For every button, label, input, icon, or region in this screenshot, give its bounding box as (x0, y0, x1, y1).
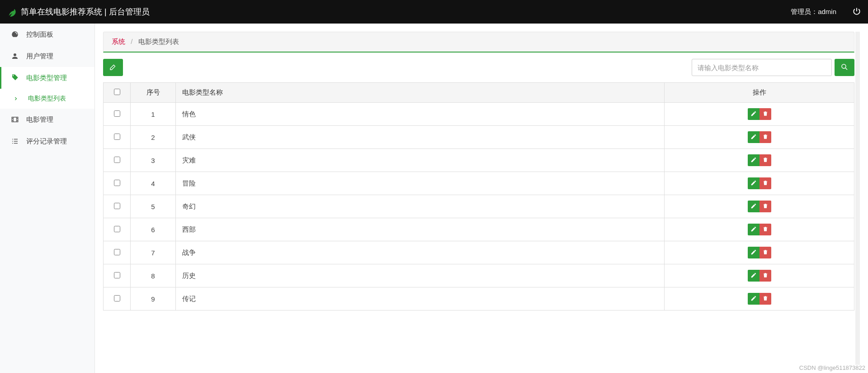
logout-button[interactable] (845, 0, 868, 24)
row-checkbox[interactable] (114, 180, 120, 186)
row-ops (665, 149, 854, 172)
row-checkbox[interactable] (114, 272, 120, 278)
chevron-right-icon (13, 96, 19, 102)
trash-icon (762, 157, 769, 164)
row-edit-button[interactable] (748, 108, 760, 120)
sidebar-item-dashboard[interactable]: 控制面板 (0, 24, 94, 45)
row-seq: 2 (131, 126, 176, 149)
pencil-icon (750, 180, 757, 187)
table-header-row: 序号 电影类型名称 操作 (104, 83, 854, 103)
sidebar-item-movies[interactable]: 电影管理 (0, 109, 94, 130)
pencil-icon (750, 134, 757, 141)
search-button[interactable] (835, 59, 854, 76)
row-ops (665, 218, 854, 241)
brand[interactable]: 简单在线电影推荐系统 | 后台管理员 (0, 6, 157, 17)
row-delete-button[interactable] (760, 247, 771, 258)
row-name: 冒险 (176, 172, 665, 195)
app-title: 简单在线电影推荐系统 | 后台管理员 (21, 6, 150, 17)
sidebar-item-label: 电影类型管理 (26, 74, 67, 82)
header-seq: 序号 (131, 83, 176, 103)
row-ops (665, 241, 854, 264)
header-name: 电影类型名称 (176, 83, 665, 103)
row-name: 奇幻 (176, 195, 665, 218)
row-delete-button[interactable] (760, 270, 771, 282)
row-seq: 1 (131, 103, 176, 126)
add-button[interactable] (103, 59, 123, 76)
row-delete-button[interactable] (760, 108, 771, 120)
admin-label: 管理员： (791, 8, 818, 15)
pencil-icon (750, 157, 757, 164)
sidebar-item-label: 控制面板 (26, 30, 53, 39)
trash-icon (762, 295, 769, 303)
row-edit-button[interactable] (748, 131, 760, 143)
row-delete-button[interactable] (760, 131, 771, 143)
row-edit-button[interactable] (748, 293, 760, 305)
main-wrapper: 控制面板 用户管理 电影类型管理 电影类型列表 电影管理 (0, 0, 868, 373)
trash-icon (762, 272, 769, 280)
admin-user-info[interactable]: 管理员：admin (782, 8, 845, 16)
user-icon (11, 52, 19, 60)
row-edit-button[interactable] (748, 201, 760, 212)
sidebar: 控制面板 用户管理 电影类型管理 电影类型列表 电影管理 (0, 24, 95, 373)
row-edit-button[interactable] (748, 270, 760, 282)
sidebar-subitem-movie-type-list[interactable]: 电影类型列表 (0, 89, 94, 109)
header-checkbox-cell (104, 83, 131, 103)
row-checkbox[interactable] (114, 295, 120, 301)
row-checkbox[interactable] (114, 249, 120, 255)
dashboard-icon (11, 30, 19, 38)
row-delete-button[interactable] (760, 154, 771, 166)
sidebar-item-label: 评分记录管理 (26, 137, 67, 146)
breadcrumb: 系统 / 电影类型列表 (103, 32, 854, 53)
row-checkbox[interactable] (114, 110, 120, 117)
row-edit-button[interactable] (748, 177, 760, 189)
row-name: 情色 (176, 103, 665, 126)
row-name: 灾难 (176, 149, 665, 172)
row-checkbox[interactable] (114, 203, 120, 209)
movie-type-table: 序号 电影类型名称 操作 1情色2武侠3灾难4冒险5奇幻6西部7战争8历史9传记 (103, 82, 854, 311)
pencil-icon (750, 249, 757, 257)
row-name: 战争 (176, 241, 665, 264)
row-name: 武侠 (176, 126, 665, 149)
table-row: 5奇幻 (104, 195, 854, 218)
sidebar-item-movie-type[interactable]: 电影类型管理 (0, 67, 94, 89)
row-name: 历史 (176, 264, 665, 287)
pencil-icon (750, 226, 757, 234)
breadcrumb-root[interactable]: 系统 (112, 38, 125, 45)
select-all-checkbox[interactable] (114, 89, 120, 95)
svg-point-0 (842, 64, 846, 68)
sidebar-item-label: 电影管理 (26, 115, 53, 124)
row-seq: 6 (131, 218, 176, 241)
row-checkbox[interactable] (114, 157, 120, 163)
row-ops (665, 103, 854, 126)
row-ops (665, 126, 854, 149)
row-seq: 9 (131, 287, 176, 311)
row-seq: 5 (131, 195, 176, 218)
table-row: 4冒险 (104, 172, 854, 195)
row-delete-button[interactable] (760, 201, 771, 212)
row-checkbox-cell (104, 149, 131, 172)
row-edit-button[interactable] (748, 154, 760, 166)
pencil-icon (750, 110, 757, 118)
row-edit-button[interactable] (748, 224, 760, 235)
list-icon (11, 137, 19, 145)
navbar-right: 管理员：admin (782, 0, 868, 24)
row-name: 西部 (176, 218, 665, 241)
main-content: 系统 / 电影类型列表 (95, 24, 868, 373)
sidebar-item-users[interactable]: 用户管理 (0, 45, 94, 67)
row-delete-button[interactable] (760, 293, 771, 305)
header-ops: 操作 (665, 83, 854, 103)
row-checkbox[interactable] (114, 226, 120, 232)
row-checkbox-cell (104, 264, 131, 287)
row-delete-button[interactable] (760, 177, 771, 189)
row-edit-button[interactable] (748, 247, 760, 258)
admin-name: admin (818, 8, 836, 15)
search-input[interactable] (692, 59, 832, 76)
search-icon (840, 63, 849, 72)
row-delete-button[interactable] (760, 224, 771, 235)
trash-icon (762, 110, 769, 118)
sidebar-item-ratings[interactable]: 评分记录管理 (0, 130, 94, 152)
table-row: 7战争 (104, 241, 854, 264)
row-checkbox[interactable] (114, 134, 120, 140)
row-checkbox-cell (104, 287, 131, 311)
row-checkbox-cell (104, 218, 131, 241)
